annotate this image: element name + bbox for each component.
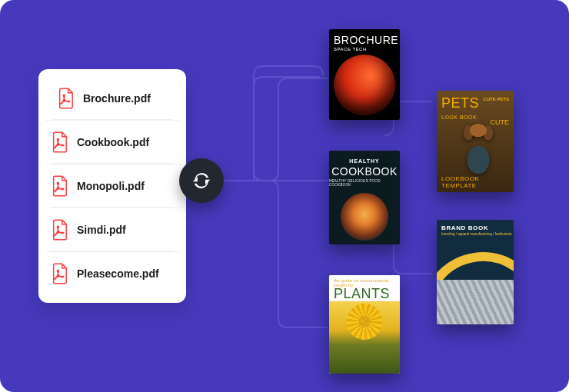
pdf-icon [57,88,74,109]
cover-pretitle: HEALTHY [349,158,380,164]
file-row: Monopoli.pdf [45,164,180,208]
sunflower-illustration [329,301,400,374]
file-name: Pleasecome.pdf [77,267,159,280]
diagram-canvas: Brochure.pdf Cookbook.pdf Monopoli.pdf S… [0,0,569,392]
pdf-file-list: Brochure.pdf Cookbook.pdf Monopoli.pdf S… [38,69,186,303]
building-illustration [437,280,514,324]
cover-footer: LOOKBOOK TEMPLATE [441,175,514,189]
cover-title: PLANTS [334,287,395,301]
planet-illustration [334,55,395,115]
pdf-icon [51,175,68,197]
pdf-icon [51,131,68,153]
cover-subtitle: HEALTHY DELICIOUS FOOD COOKBOOK [329,179,400,187]
file-row: Simdi.pdf [45,208,180,252]
cover-subtitle: SPACE TECH [334,47,395,51]
dish-illustration [341,193,388,241]
cover-brandbook: BRAND BOOK branding / apparel manufactur… [437,220,514,324]
pdf-icon [51,219,68,241]
file-row: Cookbook.pdf [45,121,180,164]
file-name: Brochure.pdf [83,92,151,105]
cover-pets: PETS CUTE PETS LOOK BOOK CUTE LOOKBOOK T… [437,91,514,192]
cover-plants: the guide for environmental insight for … [329,275,400,374]
cover-title: BRAND BOOK [441,224,509,231]
cover-tag: CUTE PETS [483,97,509,101]
dog-illustration [454,117,503,178]
cover-strip: branding / apparel manufacturing / fashi… [441,232,511,236]
file-name: Cookbook.pdf [77,136,149,148]
cover-title: BROCHURE [334,34,395,46]
file-row: Pleasecome.pdf [38,252,186,295]
cover-brochure: BROCHURE SPACE TECH [329,29,400,120]
file-name: Monopoli.pdf [77,180,145,192]
pdf-icon [51,263,68,284]
convert-icon [179,158,224,203]
file-name: Simdi.pdf [77,224,126,236]
cover-title: COOKBOOK [331,165,398,178]
cover-cookbook: HEALTHY COOKBOOK HEALTHY DELICIOUS FOOD … [329,151,400,244]
file-row: Brochure.pdf [45,77,180,121]
